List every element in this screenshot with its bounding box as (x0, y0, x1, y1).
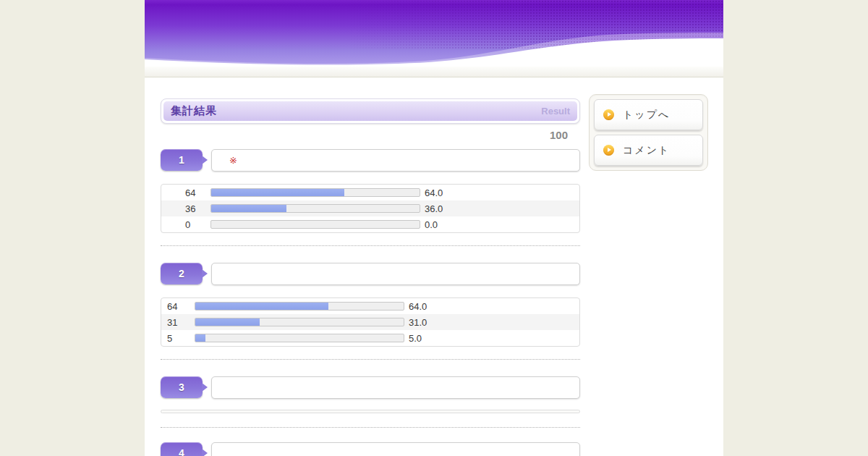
bar-track (195, 318, 404, 326)
page-title: 集計結果 (171, 104, 217, 118)
question-number-badge: 3 (161, 376, 203, 398)
row-count: 36 (161, 203, 210, 214)
comment-button-label: コメント (623, 144, 670, 157)
sidebar: トップへ コメント (589, 94, 708, 456)
row-percent: 64.0 (420, 187, 579, 198)
table-row: 5 5.0 (161, 330, 579, 346)
results-table: 64 64.0 36 36.0 0 0.0 (161, 184, 580, 233)
play-circle-icon (603, 109, 614, 120)
bar-cell (210, 204, 420, 213)
page-title-subtitle: Result (541, 106, 570, 117)
row-count: 5 (161, 333, 195, 344)
bar-track (210, 220, 420, 229)
main-area: 集計結果 Result 100 1 ※ 64 64.0 (145, 77, 723, 456)
table-row: 64 64.0 (161, 298, 579, 314)
bar-track (210, 188, 420, 197)
question-block-2: 2 64 64.0 31 31.0 5 (161, 263, 580, 360)
table-row: 31 31.0 (161, 314, 579, 330)
question-text-box (211, 263, 580, 285)
row-count: 64 (161, 301, 195, 312)
comment-button[interactable]: コメント (594, 135, 703, 166)
question-block-4: 4 (161, 442, 580, 456)
header-wave (145, 0, 723, 67)
sidebar-nav-box: トップへ コメント (589, 94, 708, 171)
question-block-3: 3 (161, 376, 580, 428)
table-row: 0 0.0 (161, 216, 579, 232)
question-header: 1 ※ (161, 149, 580, 172)
question-header: 3 (161, 376, 580, 399)
page-header-banner (145, 0, 723, 67)
required-mark: ※ (229, 155, 237, 166)
question-number-badge: 4 (161, 442, 203, 456)
question-block-1: 1 ※ 64 64.0 36 36.0 (161, 149, 580, 246)
row-count: 64 (161, 187, 210, 198)
section-title-inner: 集計結果 Result (163, 101, 577, 121)
row-percent: 31.0 (404, 317, 579, 328)
row-percent: 64.0 (404, 301, 579, 312)
row-count: 31 (161, 317, 195, 328)
header-divider-strip (145, 67, 723, 77)
top-button[interactable]: トップへ (594, 99, 703, 130)
bar-cell (210, 220, 420, 229)
bar-track (195, 334, 404, 342)
results-column: 集計結果 Result 100 1 ※ 64 64.0 (161, 98, 580, 456)
question-number-badge: 2 (161, 263, 203, 284)
total-responses: 100 (161, 129, 580, 143)
table-row: 36 36.0 (161, 200, 579, 216)
bar-track (210, 204, 420, 213)
bar-track (195, 302, 404, 311)
top-button-label: トップへ (623, 109, 670, 122)
question-separator (161, 427, 580, 428)
question-text-box (211, 442, 580, 456)
row-count: 0 (161, 219, 210, 230)
results-table: 64 64.0 31 31.0 5 5.0 (161, 297, 580, 347)
page-column: 集計結果 Result 100 1 ※ 64 64.0 (145, 0, 723, 456)
bar-fill (195, 334, 205, 342)
bar-fill (211, 189, 344, 196)
table-row: 64 64.0 (161, 185, 579, 200)
section-title-bar: 集計結果 Result (161, 98, 580, 124)
play-circle-icon (603, 145, 614, 156)
bar-cell (210, 188, 420, 197)
bar-cell (195, 318, 404, 326)
question-separator (161, 359, 580, 360)
row-percent: 5.0 (404, 333, 579, 344)
question-text-box: ※ (211, 149, 580, 172)
row-percent: 36.0 (420, 203, 579, 214)
question-header: 2 (161, 263, 580, 285)
bar-fill (211, 205, 286, 212)
question-header: 4 (161, 442, 580, 456)
bar-fill (195, 303, 328, 310)
row-percent: 0.0 (420, 219, 579, 230)
question-number-badge: 1 (161, 149, 203, 171)
bar-cell (195, 302, 404, 311)
bar-fill (195, 318, 260, 326)
question-separator (161, 245, 580, 246)
empty-results-table (161, 410, 580, 413)
bar-cell (195, 334, 404, 342)
question-text-box (211, 376, 580, 399)
